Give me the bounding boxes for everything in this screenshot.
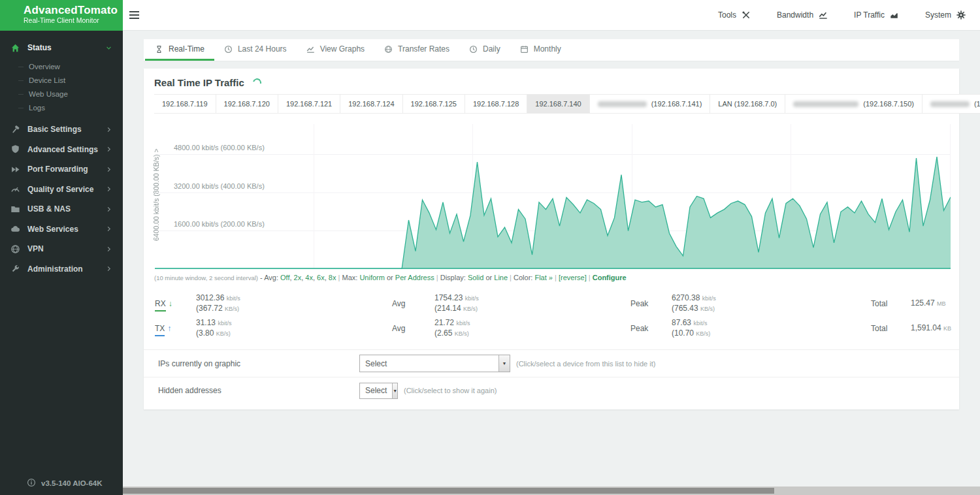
- globe-icon: [384, 45, 393, 54]
- cloud-icon: [10, 224, 20, 234]
- device-row-ips-currently-on-graphic: IPs currently on graphic Select▼ (Click/…: [144, 350, 959, 377]
- control-text: |: [434, 274, 440, 281]
- control-link-configure[interactable]: Configure: [593, 274, 627, 281]
- chevron-right-icon: [105, 146, 112, 153]
- redacted-hostname: [793, 101, 858, 107]
- graphic-ips-select[interactable]: Select▼: [359, 355, 510, 372]
- topbar-menu-bandwidth[interactable]: Bandwidth: [777, 10, 828, 20]
- scrollbar-thumb[interactable]: [123, 488, 774, 494]
- sidebar-subitem-device-list[interactable]: Device List: [0, 74, 123, 88]
- direction-label: RX↓: [155, 299, 196, 308]
- sidebar-item-vpn[interactable]: VPN: [0, 239, 123, 259]
- sidebar-item-basic-settings[interactable]: Basic Settings: [0, 120, 123, 140]
- control-link-4x[interactable]: 4x: [305, 274, 313, 281]
- ip-tab-192-168-7-119[interactable]: 192.168.7.119: [154, 95, 216, 113]
- stat-row-tx: TX↑ 31.13 kbit/s(3.80 KB/s) Avg 21.72 kb…: [144, 316, 959, 341]
- sidebar-item-quality-of-service[interactable]: Quality of Service: [0, 180, 123, 200]
- topbar-menu-ip-traffic[interactable]: IP Traffic: [854, 10, 899, 20]
- sidebar-item-advanced-settings[interactable]: Advanced Settings: [0, 140, 123, 160]
- ip-tab-192-168-7-125[interactable]: 192.168.7.125: [403, 95, 465, 113]
- topbar-menu-label: Bandwidth: [777, 10, 813, 20]
- tab-label: View Graphs: [320, 44, 365, 54]
- sidebar-item-port-forwarding[interactable]: Port Forwarding: [0, 159, 123, 180]
- sidebar-item-label: Administration: [27, 264, 105, 274]
- shield-icon: [10, 144, 20, 154]
- tab-monthly[interactable]: Monthly: [510, 39, 571, 61]
- tab-daily[interactable]: Daily: [459, 39, 510, 61]
- sidebar-subitem-logs[interactable]: Logs: [0, 101, 123, 115]
- ip-tab-192-168-7-150[interactable]: (192.168.7.150): [785, 95, 923, 113]
- device-row-hint: (Click/select to show it again): [404, 387, 497, 394]
- info-icon: [27, 478, 36, 487]
- ip-tab-192-168-7-141[interactable]: (192.168.7.141): [590, 95, 711, 113]
- status-submenu: OverviewDevice ListWeb UsageLogs: [0, 59, 123, 120]
- topbar-menu: ToolsBandwidthIP TrafficSystem: [718, 10, 966, 20]
- ip-tab-label: 192.168.7.124: [348, 100, 394, 108]
- control-link-6x[interactable]: 6x: [317, 274, 325, 281]
- app-root: AdvancedTomato Real-Time Client Monitor …: [0, 0, 980, 495]
- control-text: |: [553, 274, 559, 281]
- ip-tab-192-168-7-140[interactable]: 192.168.7.140: [527, 95, 589, 113]
- ip-tab-192-168-7-121[interactable]: 192.168.7.121: [278, 95, 340, 113]
- ip-tab-lan-192-168-7-0[interactable]: LAN (192.168.7.0): [710, 95, 785, 113]
- ip-tab-192-168-7-124[interactable]: 192.168.7.124: [340, 95, 402, 113]
- peak-values: 87.63 kbit/s(10.70 KB/s): [672, 318, 871, 339]
- brand-subtitle: Real-Time Client Monitor: [24, 16, 123, 24]
- tab-strip: Real-TimeLast 24 HoursView GraphsTransfe…: [144, 39, 959, 61]
- hammer-icon: [10, 125, 20, 135]
- calendar-icon: [520, 45, 529, 54]
- chevron-right-icon: [105, 166, 112, 173]
- tab-transfer-rates[interactable]: Transfer Rates: [374, 39, 459, 61]
- sidebar: AdvancedTomato Real-Time Client Monitor …: [0, 0, 123, 495]
- control-link-off[interactable]: Off: [280, 274, 289, 281]
- sidebar-item-web-services[interactable]: Web Services: [0, 219, 123, 240]
- control-link-reverse[interactable]: [reverse]: [559, 274, 587, 281]
- control-link-solid[interactable]: Solid: [468, 274, 483, 281]
- tab-last-24-hours[interactable]: Last 24 Hours: [214, 39, 297, 61]
- horizontal-scrollbar[interactable]: [123, 487, 980, 495]
- sidebar-item-label: Quality of Service: [27, 185, 105, 194]
- ip-tab-192-168-7-120[interactable]: 192.168.7.120: [216, 95, 278, 113]
- gauge-icon: [10, 184, 20, 194]
- device-row-hint: (Click/select a device from this list to…: [516, 360, 655, 368]
- tab-real-time[interactable]: Real-Time: [145, 39, 214, 61]
- sidebar-item-status[interactable]: Status: [0, 37, 123, 59]
- ip-tab-label: 192.168.7.128: [473, 100, 519, 108]
- redacted-hostname: [930, 101, 970, 107]
- control-link-line[interactable]: Line: [494, 274, 508, 281]
- sidebar-item-label: USB & NAS: [27, 204, 105, 214]
- control-link-8x[interactable]: 8x: [329, 274, 336, 281]
- control-link-uniform[interactable]: Uniform: [359, 274, 385, 281]
- tab-view-graphs[interactable]: View Graphs: [297, 39, 374, 61]
- sidebar-item-administration[interactable]: Administration: [0, 259, 123, 279]
- ip-tab-label: 192.168.7.121: [286, 100, 332, 108]
- avg-label: Avg: [392, 324, 434, 333]
- topbar-menu-label: IP Traffic: [854, 10, 885, 20]
- ip-tab-192-168-7-106[interactable]: (192.168.7.106): [923, 95, 980, 113]
- total-value: 125.47 MB: [911, 298, 959, 309]
- tab-label: Transfer Rates: [398, 44, 449, 54]
- sidebar-subitem-overview[interactable]: Overview: [0, 60, 123, 74]
- ip-tab-label: (192.168.7.150): [863, 100, 914, 108]
- sidebar-item-usb-nas[interactable]: USB & NAS: [0, 199, 123, 219]
- select-value: Select: [360, 355, 498, 372]
- fast-forward-icon: [10, 165, 20, 174]
- topbar-menu-system[interactable]: System: [925, 10, 966, 20]
- chevron-right-icon: [105, 246, 112, 253]
- ip-tab-192-168-7-128[interactable]: 192.168.7.128: [465, 95, 527, 113]
- sidebar-subitem-web-usage[interactable]: Web Usage: [0, 88, 123, 101]
- menu-toggle-button[interactable]: [127, 7, 145, 24]
- brand-title: AdvancedTomato: [24, 5, 123, 16]
- control-link-2x[interactable]: 2x: [294, 274, 302, 281]
- topbar-menu-tools[interactable]: Tools: [718, 10, 751, 20]
- control-link-per-address[interactable]: Per Address: [395, 274, 434, 281]
- control-link-flat[interactable]: Flat »: [534, 274, 553, 281]
- hidden-addresses-select[interactable]: Select▼: [359, 383, 398, 399]
- tab-label: Monthly: [534, 44, 561, 54]
- version-text: v3.5-140 AIO-64K: [41, 479, 103, 487]
- traffic-chart: 6400.00 kbit/s (800.00 KB/s) > 4800.00 k…: [155, 120, 951, 270]
- ip-tab-label: 192.168.7.120: [224, 100, 270, 108]
- gear-icon: [956, 10, 966, 20]
- avg-label: Avg: [392, 299, 434, 308]
- ip-tab-label: LAN (192.168.7.0): [718, 100, 777, 108]
